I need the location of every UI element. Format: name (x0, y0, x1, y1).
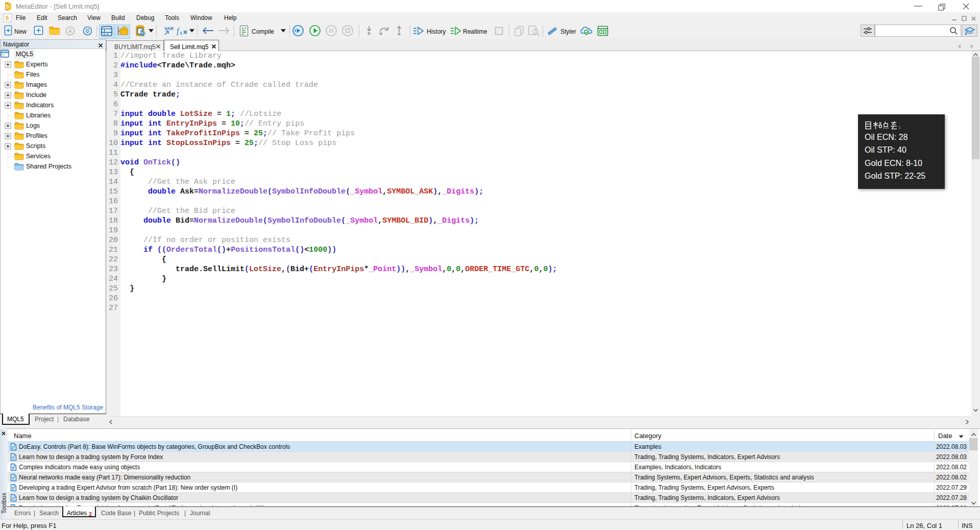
svg-text:5: 5 (6, 4, 9, 10)
svg-text:5: 5 (6, 15, 9, 21)
svg-text:VAR: VAR (164, 26, 174, 31)
svg-text:x: x (179, 29, 183, 36)
